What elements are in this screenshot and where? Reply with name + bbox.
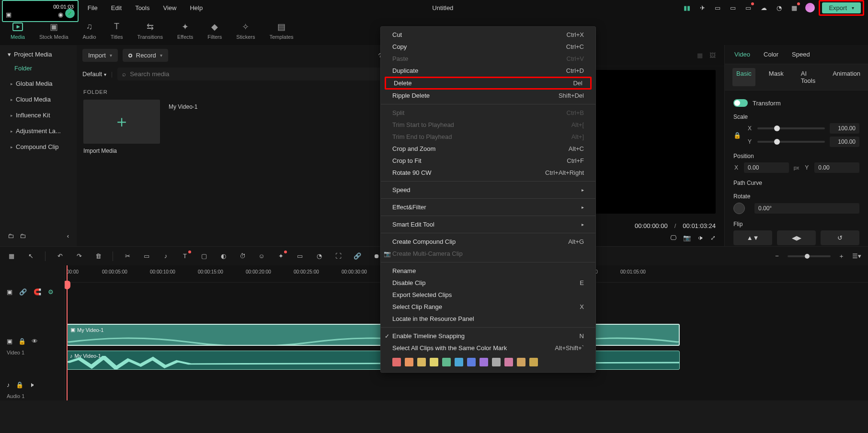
tl-list-icon[interactable]: ☰▾ xyxy=(852,251,861,261)
user-avatar[interactable] xyxy=(805,3,815,12)
new-folder-icon[interactable]: 🗀 xyxy=(8,232,14,239)
tl-text-icon[interactable]: T xyxy=(180,251,190,261)
tl-marker-icon[interactable]: ◔ xyxy=(314,251,324,261)
import-dropdown[interactable]: Import▾ xyxy=(82,49,118,62)
zoom-in-icon[interactable]: ＋ xyxy=(836,251,846,261)
prop-tab-color[interactable]: Color xyxy=(764,51,778,58)
scale-x-value[interactable]: 100.00 xyxy=(830,123,859,134)
ctx-rename[interactable]: Rename xyxy=(381,265,595,277)
scale-x-slider[interactable] xyxy=(757,127,825,129)
playhead[interactable] xyxy=(67,265,68,400)
color-swatch[interactable] xyxy=(467,358,476,366)
export-button[interactable]: Export ▾ xyxy=(822,2,861,13)
color-swatch[interactable] xyxy=(392,358,401,366)
zoom-slider[interactable] xyxy=(788,255,831,257)
mode-media[interactable]: Media xyxy=(11,21,25,40)
tl-link-icon[interactable]: 🔗 xyxy=(353,251,362,261)
volume-icon[interactable]: 🕩 xyxy=(697,234,704,241)
ctx-ripple-delete[interactable]: Ripple DeleteShift+Del xyxy=(381,90,595,102)
cloud-icon[interactable]: ☁ xyxy=(759,3,768,12)
ctx-export-selected-clips[interactable]: Export Selected Clips xyxy=(381,289,595,301)
tl-color-icon[interactable]: ◐ xyxy=(218,251,228,261)
lock-track-icon[interactable]: 🔒 xyxy=(18,338,26,345)
tl-undo-icon[interactable]: ↶ xyxy=(55,251,65,261)
screen-icon[interactable]: ▭ xyxy=(729,3,737,12)
tl-music-icon[interactable]: ♪ xyxy=(161,251,171,261)
color-swatch[interactable] xyxy=(455,358,463,366)
sb-global-media[interactable]: ▸Global Media xyxy=(5,76,72,91)
tl-fit-icon[interactable]: ⛶ xyxy=(333,251,343,261)
tl-speed-icon[interactable]: ⏱ xyxy=(238,251,247,261)
menu-file[interactable]: File xyxy=(88,4,98,11)
grid-view-icon[interactable]: ▦ xyxy=(697,52,703,59)
ctx-delete[interactable]: DeleteDel xyxy=(385,77,592,90)
tl-redo-icon[interactable]: ↷ xyxy=(74,251,84,261)
tl-magnet-icon[interactable]: 🧲 xyxy=(34,288,41,296)
tl-layout-icon[interactable]: ▦ xyxy=(7,251,16,261)
mode-templates[interactable]: ▤Templates xyxy=(269,21,293,40)
color-swatch[interactable] xyxy=(417,358,426,366)
tl-split-icon[interactable]: ✂ xyxy=(123,251,132,261)
lock-audio-icon[interactable]: 🔒 xyxy=(16,381,23,388)
ctx-select-clip-range[interactable]: Select Clip RangeX xyxy=(381,301,595,313)
headphones-icon[interactable]: ◔ xyxy=(775,3,783,12)
media-clip-card[interactable]: 00:01:03 ▣ ◉ ✓ My Video-1 xyxy=(169,100,245,154)
tl-adjust-icon[interactable]: ▣ xyxy=(7,288,12,296)
tl-face-icon[interactable]: ☺ xyxy=(257,251,266,261)
prop-sub-animation[interactable]: Animation xyxy=(829,68,864,86)
color-swatch[interactable] xyxy=(504,358,513,366)
tl-trackmatte-icon[interactable]: ▢ xyxy=(199,251,209,261)
ctx-select-all-clips-with-the-same-color-mark[interactable]: Select All Clips with the Same Color Mar… xyxy=(381,342,595,354)
sb-project-media[interactable]: Project Media xyxy=(14,51,52,58)
tl-pointer-icon[interactable]: ↖ xyxy=(26,251,35,261)
record-dropdown[interactable]: Record▾ xyxy=(123,49,168,62)
ctx-copy[interactable]: CopyCtrl+C xyxy=(381,41,595,53)
sb-adjustment-layer[interactable]: ▸Adjustment La... xyxy=(5,124,72,138)
prop-sub-ai[interactable]: AI Tools xyxy=(797,68,819,86)
pos-y-value[interactable]: 0.00 xyxy=(814,162,859,173)
prop-sub-mask[interactable]: Mask xyxy=(765,68,788,86)
ctx-speed[interactable]: Speed▸ xyxy=(381,184,595,196)
sb-folder[interactable]: Folder xyxy=(3,61,74,76)
sb-influence-kit[interactable]: ▸Influence Kit xyxy=(5,108,72,123)
tl-autoscroll-icon[interactable]: ⚙ xyxy=(48,288,54,296)
color-swatch[interactable] xyxy=(405,358,413,366)
sb-cloud-media[interactable]: ▸Cloud Media xyxy=(5,92,72,107)
mode-stock[interactable]: ▣Stock Media xyxy=(39,21,69,40)
ctx-crop-and-zoom[interactable]: Crop and ZoomAlt+C xyxy=(381,143,595,155)
snapshot-icon[interactable]: 📷 xyxy=(683,234,691,241)
mode-effects[interactable]: ✦Effects xyxy=(177,21,193,40)
mode-stickers[interactable]: ✧Stickers xyxy=(236,21,255,40)
color-swatch[interactable] xyxy=(517,358,525,366)
media-search[interactable]: ⌕ xyxy=(117,68,395,80)
prop-sub-basic[interactable]: Basic xyxy=(732,68,755,86)
rect-icon[interactable]: ▭ xyxy=(713,3,722,12)
save-icon[interactable]: ▭ xyxy=(744,3,753,12)
new-folder2-icon[interactable]: 🗀 xyxy=(20,232,26,239)
mode-filters[interactable]: ◆Filters xyxy=(207,21,222,40)
mode-audio[interactable]: ♫Audio xyxy=(83,21,96,40)
sb-compound-clip[interactable]: ▸Compound Clip xyxy=(5,139,72,154)
monitor-icon[interactable]: 🖵 xyxy=(670,234,676,241)
rotate-value[interactable]: 0.00° xyxy=(754,203,859,214)
flip-h-button[interactable]: ▲▼ xyxy=(733,230,772,245)
scale-y-value[interactable]: 100.00 xyxy=(830,137,859,147)
audio-track-icon[interactable]: ♪ xyxy=(7,381,10,388)
color-swatch[interactable] xyxy=(529,358,538,366)
tl-ai-icon[interactable]: ✦ xyxy=(276,251,286,261)
flip-reset-button[interactable]: ↺ xyxy=(821,230,859,245)
tl-delete-icon[interactable]: 🗑 xyxy=(93,251,103,261)
lock-icon[interactable]: 🔒 xyxy=(733,132,741,139)
tl-crop-icon[interactable]: ▭ xyxy=(142,251,151,261)
scale-y-slider[interactable] xyxy=(757,141,825,143)
collapse-sidebar-icon[interactable]: ‹ xyxy=(67,232,69,239)
tl-link2-icon[interactable]: 🔗 xyxy=(19,288,27,296)
menu-view[interactable]: View xyxy=(163,4,176,11)
prop-tab-video[interactable]: Video xyxy=(734,51,750,58)
apps-icon[interactable]: ▦ xyxy=(790,3,799,12)
ctx-duplicate[interactable]: DuplicateCtrl+D xyxy=(381,65,595,77)
color-swatch[interactable] xyxy=(480,358,488,366)
mode-titles[interactable]: TTitles xyxy=(111,21,123,40)
color-swatch[interactable] xyxy=(442,358,451,366)
menu-tools[interactable]: Tools xyxy=(135,4,149,11)
